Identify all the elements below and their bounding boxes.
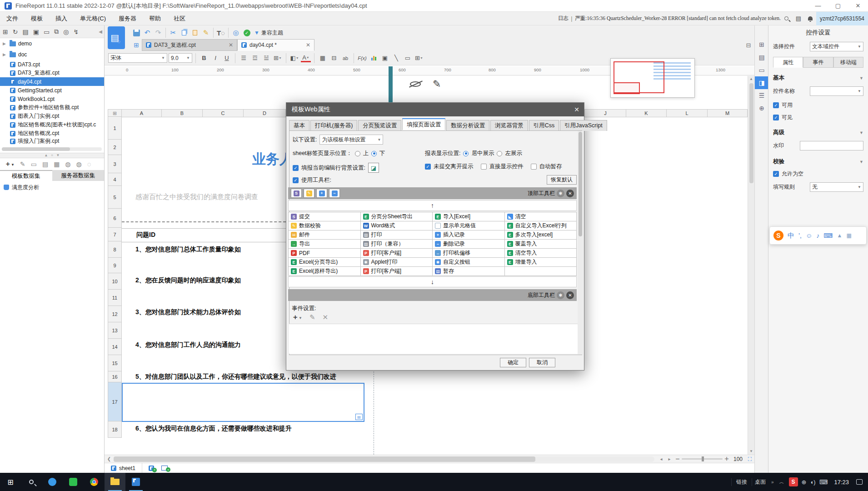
zoom-in-icon[interactable]: ＋ [723,454,731,464]
toolbar-item-multi-import[interactable]: E多次导入[excel] [505,230,577,240]
menu-file[interactable]: 文件 [0,12,25,25]
taskbar-search-icon[interactable] [21,473,42,491]
chart-icon[interactable] [369,53,379,63]
question-3[interactable]: 3、您对信息部门技术能力总体评价如 [135,308,285,316]
format-painter-icon[interactable]: ✎ [200,27,211,38]
undo-icon[interactable]: ↶ [142,27,153,38]
wrap-text-button[interactable]: ab [340,53,350,63]
row-header[interactable]: 15 [108,355,122,371]
dialog-close-icon[interactable]: ✕ [574,106,579,113]
section-validate[interactable]: 校验▼ [773,158,863,165]
start-button[interactable]: ⊞ [0,473,21,491]
textarea-widget-cell[interactable]: ▤ [122,383,364,422]
close-tab-icon[interactable]: ✕ [229,42,233,48]
toolbar-item-pdf[interactable]: PPDF [289,249,361,258]
radio-bottom[interactable] [371,151,377,156]
strip-delete-record-icon[interactable]: − [329,189,340,198]
row-header[interactable]: 5 [108,185,122,209]
column-header-C[interactable]: C [202,109,244,117]
column-header-L[interactable]: L [666,109,708,117]
toolbar-item-increment-import[interactable]: E增量导入 [505,258,577,267]
column-header-M[interactable]: M [707,109,748,117]
rename-icon[interactable]: ▤ [22,28,28,35]
dialog-tab-js[interactable]: 引用JavaScript [560,120,607,131]
toolbar-item-verify[interactable]: ✎数据校验 [289,221,361,230]
question-5[interactable]: 5、对信息部门团队以及工作，你还有哪些建议或意见，以便于我们改进 [135,373,336,381]
condition-attributes-icon[interactable]: ☰ [755,89,768,102]
toolbar-item-insert-record[interactable]: +插入记录 [433,230,505,240]
tree-file[interactable]: 填报入门案例.cpt [0,138,104,145]
section-advanced[interactable]: 高级▼ [773,129,863,136]
row-header[interactable]: 4 [108,173,122,186]
toolbar-item-email[interactable]: ✉邮件 [289,230,361,240]
row-header[interactable]: 6 [108,208,122,228]
tree-file[interactable]: 地区销售概况(图表+柱状图)cpt.c [0,120,104,129]
new-folder-icon[interactable]: ⊞ [3,28,8,35]
dialog-tab-fill-page[interactable]: 填报页面设置 [402,118,445,130]
toolbar-item-excel-paged[interactable]: EExcel(分页导出) [289,258,361,267]
row-header[interactable]: 14 [108,338,122,355]
edit-dataset-icon[interactable]: ✎ [20,160,25,168]
ime-lang-toggle[interactable]: 中 [788,231,794,240]
column-header-K[interactable]: K [626,109,667,117]
taskbar-links-toolbar[interactable]: 链接 [731,478,752,486]
add-dataset-icon[interactable]: ＋▼ [5,160,15,168]
strip-save-icon[interactable]: S [291,189,302,198]
toolbar-item-submit[interactable]: S提交 [289,212,361,221]
ok-button[interactable]: 确定 [500,358,526,367]
config-dataset-icon[interactable]: ▦ [54,160,60,168]
refresh-icon[interactable]: ↻ [13,28,18,35]
tray-expand-icon[interactable]: ︿ [777,479,787,486]
toolbar-item-delete-record[interactable]: −删除记录 [433,240,505,249]
radio-center[interactable] [463,151,469,156]
edit-pencil-icon[interactable]: ✎ [433,78,441,90]
tab-template-dataset[interactable]: 模板数据集 [0,170,52,181]
cut-icon[interactable]: ✂ [168,27,179,38]
underline-button[interactable]: U [222,53,232,63]
dataset-item[interactable]: 满意度分析 [0,183,104,192]
show-widget-checkbox[interactable] [481,164,487,170]
toolbar-item-overwrite-import[interactable]: E覆盖导入 [505,240,577,249]
fill-color-icon[interactable]: ◧▼ [289,53,299,63]
slash-icon[interactable]: ╲ [391,53,401,63]
question-4[interactable]: 4、您对信息部门工作人员的沟通能力 [135,341,285,349]
desktop-expand-icon[interactable]: » [768,480,777,485]
question-2[interactable]: 2、您在反馈问题时的响应速度印象如 [135,276,285,285]
edit-event-icon[interactable]: ✎ [309,313,315,321]
search-icon[interactable] [781,16,793,20]
delete-dataset-icon[interactable]: ▭ [31,160,37,168]
toolbar-item-export[interactable]: →导出 [289,240,361,249]
toolbar-item-print-compat[interactable]: ▤打印（兼容） [361,240,433,249]
scroll-down-icon[interactable]: ▼ [748,448,754,455]
menu-cell[interactable]: 单元格(C) [74,12,112,25]
enabled-checkbox[interactable]: ✓ [773,102,779,108]
close-button[interactable]: ✕ [848,0,868,11]
text-search-icon[interactable]: T◌ [215,27,226,38]
minimap-navigator[interactable] [610,58,695,98]
dialog-tab-browser-bg[interactable]: 浏览器背景 [490,120,528,131]
cell-attributes-icon[interactable]: ⊞ [755,38,768,51]
toolbar-item-custom-button[interactable]: ✱自定义按钮 [433,258,505,267]
log-label[interactable]: 日志 [558,15,569,22]
scope-select[interactable]: 为该模板单独设置▼ [319,135,383,145]
tree-file[interactable]: DAT3.cpt [0,60,104,69]
tree-folder-demo[interactable]: ▶demo [0,38,104,49]
ime-punctuation-icon[interactable]: ’, [798,232,802,239]
toolbar-item-export-sheet[interactable]: E分页分Sheet导出 [361,212,433,221]
row-header[interactable]: 8 [108,241,122,258]
toolbar-item-print-client[interactable]: P打印[客户端] [361,249,433,258]
taskbar-explorer-icon[interactable] [105,473,125,491]
taskbar-wechat-icon[interactable] [63,473,84,491]
add-report-sheet-icon[interactable]: + [149,466,154,471]
page-prev-icon[interactable]: ◂ [657,456,665,461]
ime-keyboard-icon[interactable]: ⌨ [823,232,833,239]
add-event-icon[interactable]: ＋▼ [292,313,302,321]
bottom-toolbar-remove-icon[interactable]: ✕ [566,291,574,299]
tree-file[interactable]: 地区销售概况.cpt [0,129,104,138]
image-icon[interactable]: ▣ [380,53,390,63]
column-header-J[interactable]: J [584,109,626,117]
select-widget-dropdown[interactable]: 文本域控件▼ [810,42,863,51]
doc-tab-1[interactable]: DAT3_复选框.cpt ✕ [142,39,237,51]
tray-network-icon[interactable]: ⊕ [800,479,808,486]
section-basic[interactable]: 基本▼ [773,74,863,82]
